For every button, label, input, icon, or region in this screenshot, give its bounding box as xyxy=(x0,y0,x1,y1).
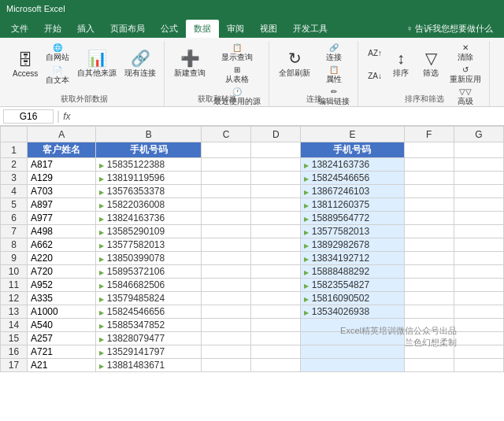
cell-e-4[interactable]: ▶ 13867246103 xyxy=(301,185,404,198)
header-phone-b[interactable]: 手机号码 xyxy=(96,142,202,158)
cell-e-10[interactable]: ▶ 15888488292 xyxy=(301,265,404,279)
cell-a-15[interactable]: A257 xyxy=(28,332,96,345)
col-header-c[interactable]: C xyxy=(202,127,251,142)
cell-e-2[interactable]: ▶ 13824163736 xyxy=(301,158,404,172)
cell-b-16[interactable]: ▶ 13529141797 xyxy=(96,345,202,359)
cell-e-14[interactable] xyxy=(301,319,404,332)
cell-b-12[interactable]: ▶ 13579485824 xyxy=(96,292,202,305)
cell-e-11[interactable]: ▶ 15823554827 xyxy=(301,279,404,292)
btn-properties[interactable]: 📋 属性 xyxy=(315,65,353,85)
tab-view[interactable]: 视图 xyxy=(252,20,285,38)
cell-e-5[interactable]: ▶ 13811260375 xyxy=(301,198,404,212)
cell-c-6 xyxy=(202,212,251,225)
btn-web[interactable]: 🌐 自网站 xyxy=(43,43,72,64)
btn-connections-label: 连接 xyxy=(326,52,342,63)
tab-file[interactable]: 文件 xyxy=(3,20,36,38)
cell-a-3[interactable]: A129 xyxy=(28,172,96,185)
cell-b-14[interactable]: ▶ 15885347852 xyxy=(96,319,202,332)
btn-text[interactable]: 📄 自文本 xyxy=(43,66,72,87)
cell-a-10[interactable]: A720 xyxy=(28,265,96,279)
cell-e-13[interactable]: ▶ 13534026938 xyxy=(301,305,404,319)
tab-help[interactable]: ♀ 告诉我您想要做什么 xyxy=(398,20,501,38)
table-row: 7A498▶ 13585290109▶ 13577582013 xyxy=(1,225,504,238)
cell-e-8[interactable]: ▶ 13892982678 xyxy=(301,238,404,252)
cell-e-6[interactable]: ▶ 15889564772 xyxy=(301,212,404,225)
cell-a-7[interactable]: A498 xyxy=(28,225,96,238)
ribbon-content: 🗄 Access 🌐 自网站 📄 自文本 📊 自其他来源 🔗 现有连接 xyxy=(0,38,504,107)
cell-a-4[interactable]: A703 xyxy=(28,185,96,198)
btn-from-table[interactable]: ⊞ 从表格 xyxy=(210,65,264,85)
cell-a-17[interactable]: A21 xyxy=(28,359,96,372)
cell-a-8[interactable]: A662 xyxy=(28,238,96,252)
cell-f-13 xyxy=(404,305,454,319)
btn-access[interactable]: 🗄 Access xyxy=(9,42,41,87)
cell-e-15[interactable] xyxy=(301,332,404,345)
btn-other-sources[interactable]: 📊 自其他来源 xyxy=(74,42,120,87)
cell-e-16[interactable] xyxy=(301,345,404,359)
cell-e-9[interactable]: ▶ 13834192712 xyxy=(301,252,404,265)
formula-input[interactable] xyxy=(74,111,502,122)
tab-insert[interactable]: 插入 xyxy=(69,20,102,38)
cell-b-6[interactable]: ▶ 13824163736 xyxy=(96,212,202,225)
col-header-f[interactable]: F xyxy=(404,127,454,142)
name-box[interactable] xyxy=(3,109,54,124)
row-num-13: 13 xyxy=(1,305,28,319)
header-phone-e[interactable]: 手机号码 xyxy=(301,142,404,158)
cell-b-11[interactable]: ▶ 15846682506 xyxy=(96,279,202,292)
cell-a-13[interactable]: A1000 xyxy=(28,305,96,319)
cell-a-14[interactable]: A540 xyxy=(28,319,96,332)
cell-b-15[interactable]: ▶ 13828079477 xyxy=(96,332,202,345)
btn-new-query[interactable]: ➕ 新建查询 xyxy=(171,42,209,87)
row-num-2: 2 xyxy=(1,158,28,172)
col-header-g[interactable]: G xyxy=(454,127,503,142)
cell-e-12[interactable]: ▶ 15816090502 xyxy=(301,292,404,305)
tab-developer[interactable]: 开发工具 xyxy=(285,20,335,38)
col-header-e[interactable]: E xyxy=(301,127,404,142)
cell-f-9 xyxy=(404,252,454,265)
cell-a-16[interactable]: A721 xyxy=(28,345,96,359)
btn-refresh-all[interactable]: ↻ 全部刷新 xyxy=(276,42,313,87)
cell-e-7[interactable]: ▶ 13577582013 xyxy=(301,225,404,238)
btn-from-table-label: 从表格 xyxy=(225,74,249,85)
btn-clear[interactable]: ✕ 清除 xyxy=(447,42,484,63)
cell-b-4[interactable]: ▶ 13576353378 xyxy=(96,185,202,198)
btn-filter[interactable]: ▽ 筛选 xyxy=(417,42,445,87)
cell-g-9 xyxy=(454,252,503,265)
btn-connections[interactable]: 🔗 连接 xyxy=(315,42,353,63)
cell-b-8[interactable]: ▶ 13577582013 xyxy=(96,238,202,252)
cell-b-2[interactable]: ▶ 15835122388 xyxy=(96,158,202,172)
tab-review[interactable]: 审阅 xyxy=(219,20,252,38)
formula-divider: | xyxy=(57,109,60,124)
btn-sort-za[interactable]: ZA↓ xyxy=(365,66,385,87)
btn-existing-connection[interactable]: 🔗 现有连接 xyxy=(121,42,159,87)
cell-e-3[interactable]: ▶ 15824546656 xyxy=(301,172,404,185)
cell-a-11[interactable]: A952 xyxy=(28,279,96,292)
row-num-16: 16 xyxy=(1,345,28,359)
btn-sort[interactable]: ↕ 排序 xyxy=(387,42,415,87)
cell-e-17[interactable] xyxy=(301,359,404,372)
cell-a-6[interactable]: A977 xyxy=(28,212,96,225)
cell-a-2[interactable]: A817 xyxy=(28,158,96,172)
tab-data[interactable]: 数据 xyxy=(186,20,219,38)
cell-a-5[interactable]: A897 xyxy=(28,198,96,212)
cell-b-7[interactable]: ▶ 13585290109 xyxy=(96,225,202,238)
cell-b-3[interactable]: ▶ 13819119596 xyxy=(96,172,202,185)
cell-f-11 xyxy=(404,279,454,292)
btn-show-query[interactable]: 📋 显示查询 xyxy=(210,42,264,63)
col-header-b[interactable]: B xyxy=(96,127,202,142)
col-header-d[interactable]: D xyxy=(251,127,301,142)
cell-a-9[interactable]: A220 xyxy=(28,252,96,265)
tab-formula[interactable]: 公式 xyxy=(153,20,186,38)
btn-reapply[interactable]: ↺ 重新应用 xyxy=(447,65,484,85)
btn-sort-az[interactable]: AZ↑ xyxy=(365,43,385,64)
col-header-a[interactable]: A xyxy=(28,127,96,142)
tab-pagelayout[interactable]: 页面布局 xyxy=(102,20,153,38)
cell-a-12[interactable]: A335 xyxy=(28,292,96,305)
tab-home[interactable]: 开始 xyxy=(36,20,69,38)
cell-b-13[interactable]: ▶ 15824546656 xyxy=(96,305,202,319)
cell-b-9[interactable]: ▶ 13850399078 xyxy=(96,252,202,265)
header-customer[interactable]: 客户姓名 xyxy=(28,142,96,158)
cell-b-10[interactable]: ▶ 15895372106 xyxy=(96,265,202,279)
cell-b-17[interactable]: ▶ 13881483671 xyxy=(96,359,202,372)
cell-b-5[interactable]: ▶ 15822036008 xyxy=(96,198,202,212)
